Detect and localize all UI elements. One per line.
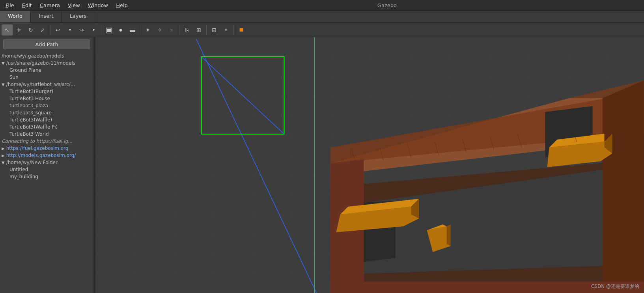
directional-light-button[interactable]: ≡: [166, 24, 177, 35]
tree-item-turtlebot3-plaza[interactable]: turtlebot3_plaza: [0, 102, 93, 109]
menu-file[interactable]: File: [2, 1, 18, 9]
menubar: File Edit Camera View Window Help Gazebo: [0, 0, 644, 11]
tree-path-gazebo-models[interactable]: /home/wy/.gazebo/models: [0, 52, 93, 60]
tree-arrow-fuel: ▶: [2, 146, 5, 151]
point-light-button[interactable]: ✦: [142, 24, 153, 35]
select-tool-button[interactable]: ↖: [2, 24, 13, 35]
tree-status-connecting: Connecting to https://fuel.ig...: [0, 138, 93, 145]
tree-item-turtlebot3-square[interactable]: turtlebot3_square: [0, 109, 93, 116]
tree-item-turtlebot3-house[interactable]: TurtleBot3 House: [0, 95, 93, 102]
undo-dropdown-button[interactable]: ▾: [64, 24, 75, 35]
menu-window[interactable]: Window: [84, 1, 112, 9]
tab-insert[interactable]: Insert: [31, 11, 62, 22]
window-title: Gazebo: [132, 2, 642, 8]
translate-tool-button[interactable]: ✛: [13, 24, 24, 35]
tree-group-turtlebot-label: /home/wy/turtlebot_ws/src/...: [6, 82, 75, 87]
sphere-button[interactable]: ●: [115, 24, 126, 35]
main-layout: Add Path /home/wy/.gazebo/models ▼ /usr/…: [0, 37, 644, 293]
viewport[interactable]: CSDN @还是要追梦的: [95, 37, 644, 293]
tree-group-turtlebot[interactable]: ▼ /home/wy/turtlebot_ws/src/...: [0, 81, 93, 88]
tree-item-my-buliding[interactable]: my_buliding: [0, 173, 93, 180]
left-panel: Add Path /home/wy/.gazebo/models ▼ /usr/…: [0, 37, 94, 293]
snap-button[interactable]: ⌖: [220, 24, 231, 35]
tab-world[interactable]: World: [0, 11, 31, 22]
redo-button[interactable]: ↪: [76, 24, 87, 35]
tree-arrow-models: ▶: [2, 153, 5, 158]
tree-arrow-turtlebot: ▼: [2, 82, 5, 87]
tree-arrow-gazebo11: ▼: [2, 61, 5, 65]
undo-button[interactable]: ↩: [52, 24, 63, 35]
svg-marker-51: [447, 224, 451, 246]
spot-light-button[interactable]: ✧: [154, 24, 165, 35]
tree-item-turtlebot3-waffle[interactable]: TurtleBot3(Waffle): [0, 116, 93, 123]
toolbar: ↖ ✛ ↻ ⤢ ↩ ▾ ↪ ▾ ▣ ● ▬ ✦ ✧ ≡ ⎘ ⊞ ⊟ ⌖ ■: [0, 23, 644, 37]
tab-bar: World Insert Layers: [0, 11, 644, 23]
sep1: [50, 25, 50, 35]
menu-help[interactable]: Help: [112, 1, 132, 9]
scene-viewport-svg: [95, 37, 644, 293]
rotate-tool-button[interactable]: ↻: [25, 24, 36, 35]
tree-item-turtlebot3-waffle-pi[interactable]: TurtleBot3(Waffle Pi): [0, 123, 93, 131]
box-button[interactable]: ▣: [103, 24, 114, 35]
copy-button[interactable]: ⎘: [181, 24, 192, 35]
model-tree: /home/wy/.gazebo/models ▼ /usr/share/gaz…: [0, 52, 93, 293]
tree-item-untitled[interactable]: Untitled: [0, 166, 93, 173]
sep5: [206, 25, 207, 35]
watermark: CSDN @还是要追梦的: [591, 283, 639, 290]
menu-camera[interactable]: Camera: [36, 1, 64, 9]
tree-item-sun[interactable]: Sun: [0, 74, 93, 81]
sep2: [101, 25, 101, 35]
tab-layers[interactable]: Layers: [62, 11, 95, 22]
tree-link-models-label: http://models.gazebosim.org/: [6, 153, 76, 158]
tree-arrow-newfolder: ▼: [2, 160, 5, 165]
paste-button[interactable]: ⊞: [193, 24, 204, 35]
align-button[interactable]: ⊟: [209, 24, 220, 35]
redo-dropdown-button[interactable]: ▾: [88, 24, 99, 35]
menu-edit[interactable]: Edit: [18, 1, 36, 9]
tree-group-newfolder-label: /home/wy/New Folder: [6, 160, 58, 165]
tree-group-newfolder[interactable]: ▼ /home/wy/New Folder: [0, 159, 93, 166]
svg-marker-38: [603, 80, 644, 293]
tree-link-models[interactable]: ▶ http://models.gazebosim.org/: [0, 152, 93, 159]
tree-item-turtlebot3-burger[interactable]: TurtleBot3(Burger): [0, 88, 93, 95]
menu-view[interactable]: View: [64, 1, 84, 9]
sep6: [233, 25, 234, 35]
tree-link-fuel[interactable]: ▶ https://fuel.gazebosim.org: [0, 145, 93, 152]
scale-tool-button[interactable]: ⤢: [37, 24, 48, 35]
tree-link-fuel-label: https://fuel.gazebosim.org: [6, 146, 69, 151]
tree-group-gazebo11[interactable]: ▼ /usr/share/gazebo-11/models: [0, 60, 93, 67]
tree-item-ground-plane[interactable]: Ground Plane: [0, 67, 93, 74]
screenshot-button[interactable]: ■: [236, 24, 247, 35]
sep3: [140, 25, 140, 35]
cylinder-button[interactable]: ▬: [127, 24, 138, 35]
add-path-button[interactable]: Add Path: [3, 39, 90, 49]
tree-item-turtlebot3-world[interactable]: TurtleBot3 World: [0, 131, 93, 138]
tree-group-gazebo11-label: /usr/share/gazebo-11/models: [6, 60, 75, 66]
sep4: [179, 25, 179, 35]
